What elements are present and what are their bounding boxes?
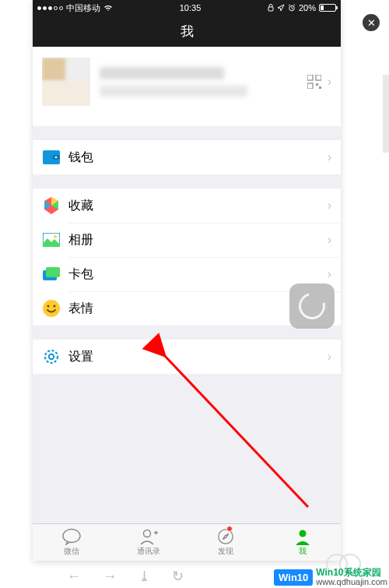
tab-discover-label: 发现 [218,546,233,557]
cards-label: 卡包 [68,266,328,283]
favorites-icon [42,196,61,215]
tab-chats-label: 微信 [64,546,79,557]
side-decoration [383,75,389,153]
svg-point-16 [54,305,56,308]
smile-icon [42,299,61,318]
wallet-row[interactable]: 钱包 › [33,140,341,174]
svg-point-20 [143,530,150,537]
profile-row[interactable]: › [33,47,341,126]
browser-toolbar: ← → ⤓ ↻ [0,565,218,588]
tab-bar: 微信 通讯录 发现 我 [33,523,341,561]
compass-icon [216,528,236,545]
svg-rect-6 [319,86,321,89]
favorites-label: 收藏 [68,198,328,214]
carrier-label: 中国移动 [66,2,100,14]
album-label: 相册 [68,232,328,248]
person-icon [293,528,313,545]
watermark: Win10 Win10系统家园 www.qdhuajin.com [274,568,387,586]
watermark-badge: Win10 [274,569,313,586]
lock-icon [268,4,274,12]
battery-pct-label: 20% [299,3,316,12]
chat-bubble-icon [61,528,82,545]
avatar [42,58,90,106]
album-icon [42,231,61,249]
tab-discover[interactable]: 发现 [187,524,264,561]
chevron-right-icon: › [328,267,331,281]
watermark-line2: www.qdhuajin.com [316,577,387,586]
location-arrow-icon [277,4,285,12]
battery-icon [319,4,336,12]
chevron-right-icon: › [328,233,331,247]
svg-point-11 [54,235,57,238]
refresh-icon[interactable]: ↻ [172,568,184,585]
chevron-right-icon: › [328,75,331,89]
clock-label: 10:35 [180,3,202,12]
svg-point-15 [47,305,50,308]
back-icon[interactable]: ← [67,569,81,585]
svg-rect-4 [307,83,313,89]
nav-bar: 我 [33,16,341,47]
svg-rect-13 [46,267,60,277]
svg-point-18 [49,354,54,359]
svg-rect-0 [268,7,273,11]
chevron-right-icon: › [328,350,331,364]
tab-me-label: 我 [299,546,307,557]
page-title: 我 [180,23,194,40]
wallet-icon [42,148,61,167]
chevron-right-icon: › [328,199,331,213]
svg-rect-5 [316,83,318,86]
watermark-line1: Win10系统家园 [316,567,380,578]
wifi-icon [103,4,113,12]
tab-contacts-label: 通讯录 [137,546,160,557]
chevron-right-icon: › [328,150,331,164]
stickers-label: 表情 [68,301,328,317]
download-icon[interactable]: ⤓ [138,568,150,585]
svg-point-14 [43,300,60,317]
settings-label: 设置 [68,349,328,365]
tab-contacts[interactable]: 通讯录 [110,524,187,561]
phone-frame: 中国移动 10:35 20% 我 › 钱包 [33,0,341,561]
svg-rect-3 [316,75,321,80]
favorites-row[interactable]: 收藏 › [33,188,341,223]
svg-rect-2 [307,75,313,80]
gear-icon [42,347,61,366]
signal-dots-icon [37,6,63,10]
settings-row[interactable]: 设置 › [33,340,341,374]
qr-code-icon[interactable] [307,75,321,89]
alarm-icon [288,4,296,12]
svg-point-17 [45,350,58,363]
assistive-touch-button[interactable] [289,283,335,329]
forward-icon[interactable]: → [103,569,117,585]
wallet-label: 钱包 [68,150,328,166]
contacts-icon [138,528,159,545]
svg-point-19 [63,530,80,543]
profile-text [100,67,307,97]
album-row[interactable]: 相册 › [33,223,341,257]
svg-point-9 [55,157,58,159]
tab-chats[interactable]: 微信 [33,524,110,561]
svg-point-22 [299,530,306,537]
cards-icon [42,265,61,283]
status-bar: 中国移动 10:35 20% [33,0,341,16]
close-button[interactable]: ✕ [363,14,380,31]
